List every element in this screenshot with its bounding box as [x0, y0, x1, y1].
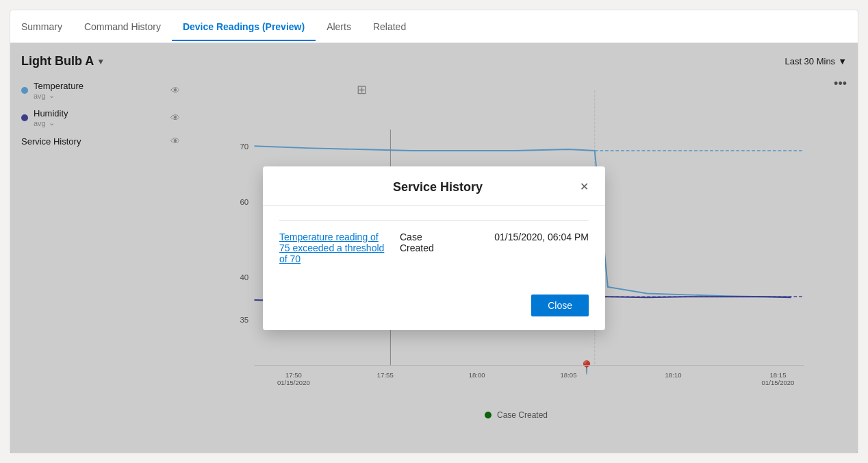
content-area: Light Bulb A ▼ Last 30 Mins ▼ Temperatur… — [10, 43, 858, 453]
tab-summary[interactable]: Summary — [21, 13, 73, 40]
main-container: Summary Command History Device Readings … — [10, 10, 858, 453]
modal-title: Service History — [296, 180, 580, 195]
tab-related[interactable]: Related — [362, 13, 417, 40]
modal-body: Temperature reading of 75 exceeded a thr… — [263, 206, 605, 284]
tab-command-history[interactable]: Command History — [73, 13, 172, 40]
tab-device-readings[interactable]: Device Readings (Preview) — [172, 13, 316, 40]
tab-alerts[interactable]: Alerts — [316, 13, 362, 40]
modal-close-btn[interactable]: Close — [531, 295, 589, 316]
modal-date: 01/15/2020, 06:04 PM — [465, 232, 589, 242]
modal-close-button[interactable]: ✕ — [580, 182, 589, 192]
tab-bar: Summary Command History Device Readings … — [10, 10, 858, 43]
modal-link[interactable]: Temperature reading of 75 exceeded a thr… — [279, 232, 389, 264]
modal-header: Service History ✕ — [263, 166, 605, 206]
modal-service-row: Temperature reading of 75 exceeded a thr… — [279, 226, 589, 270]
modal-overlay: Service History ✕ Temperature reading of… — [10, 43, 858, 453]
modal-box: Service History ✕ Temperature reading of… — [263, 166, 605, 330]
modal-footer: Close — [263, 284, 605, 330]
modal-type: Case Created — [400, 232, 455, 253]
